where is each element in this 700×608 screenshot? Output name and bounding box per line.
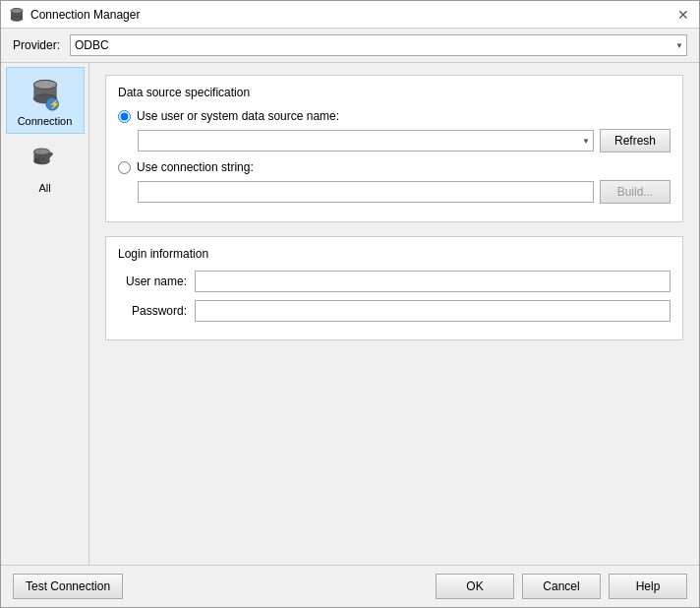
svg-text:⚡: ⚡	[49, 98, 61, 110]
radio-dsn-row: Use user or system data source name:	[118, 109, 671, 123]
radio-connstr-label: Use connection string:	[137, 160, 254, 174]
radio-connstr[interactable]	[118, 161, 131, 174]
radio-connstr-row: Use connection string:	[118, 160, 671, 174]
password-label: Password:	[118, 304, 187, 318]
build-button[interactable]: Build...	[600, 180, 671, 204]
provider-row: Provider: ODBC	[1, 29, 699, 62]
username-row: User name:	[118, 271, 671, 292]
svg-point-13	[33, 149, 49, 154]
title-bar: Connection Manager ✕	[1, 1, 699, 29]
test-connection-button[interactable]: Test Connection	[13, 574, 123, 599]
data-source-section: Data source specification Use user or sy…	[105, 75, 683, 222]
close-button[interactable]: ✕	[675, 7, 691, 23]
sidebar-connection-label: Connection	[18, 115, 73, 127]
radio-dsn[interactable]	[118, 110, 131, 123]
connstr-input[interactable]	[138, 181, 594, 203]
sidebar-all-label: All	[38, 182, 50, 194]
connstr-input-row: Build...	[118, 180, 671, 204]
svg-point-2	[11, 16, 23, 21]
connection-icon: ⚡	[26, 74, 65, 113]
sidebar-item-all[interactable]: All	[6, 134, 85, 201]
provider-select[interactable]: ODBC	[70, 34, 687, 56]
sidebar: ⚡ Connection	[1, 63, 89, 565]
svg-point-3	[11, 8, 23, 13]
connection-manager-window: Connection Manager ✕ Provider: ODBC	[0, 0, 700, 608]
password-input[interactable]	[195, 300, 671, 322]
main-area: ⚡ Connection	[1, 62, 699, 565]
sidebar-item-connection[interactable]: ⚡ Connection	[6, 67, 85, 134]
refresh-button[interactable]: Refresh	[600, 129, 671, 152]
all-icon	[26, 141, 65, 180]
username-input[interactable]	[195, 271, 671, 292]
provider-select-wrapper: ODBC	[70, 34, 687, 56]
dsn-select-wrapper	[138, 130, 594, 152]
data-source-title: Data source specification	[118, 86, 671, 99]
password-row: Password:	[118, 300, 671, 322]
title-icon	[9, 7, 25, 23]
dsn-select[interactable]	[138, 130, 594, 152]
footer-right: OK Cancel Help	[436, 574, 687, 599]
svg-point-7	[33, 81, 56, 90]
dsn-input-row: Refresh	[118, 129, 671, 152]
help-button[interactable]: Help	[609, 574, 687, 599]
provider-label: Provider:	[13, 38, 62, 52]
login-title: Login information	[118, 247, 671, 261]
cancel-button[interactable]: Cancel	[522, 574, 601, 599]
username-label: User name:	[118, 274, 187, 288]
radio-dsn-label: Use user or system data source name:	[137, 109, 339, 123]
login-section: Login information User name: Password:	[105, 236, 683, 340]
footer: Test Connection OK Cancel Help	[1, 565, 699, 607]
content-area: Data source specification Use user or sy…	[89, 63, 699, 565]
window-title: Connection Manager	[30, 8, 140, 22]
title-bar-left: Connection Manager	[9, 7, 140, 23]
ok-button[interactable]: OK	[436, 574, 514, 599]
